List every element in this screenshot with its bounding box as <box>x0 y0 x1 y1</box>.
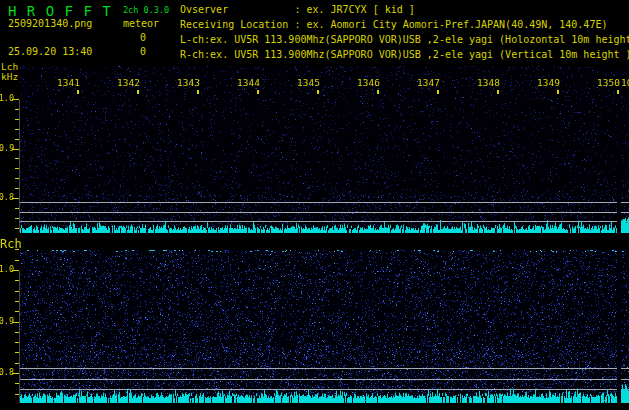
minute-tick <box>437 90 439 94</box>
time-label: 1349 <box>520 78 560 88</box>
frequency-tick <box>12 373 19 374</box>
minute-tick <box>317 90 319 94</box>
minute-tick <box>617 90 619 94</box>
time-label: 1350 <box>580 78 620 88</box>
frequency-tick <box>12 99 19 100</box>
time-axis-edge-label: 10 <box>621 78 629 89</box>
time-label: 1347 <box>400 78 440 88</box>
time-label: 1343 <box>160 78 200 88</box>
lch-axis-border <box>19 100 20 232</box>
frequency-tick <box>15 249 19 250</box>
lch-spectrogram <box>20 66 629 233</box>
meteor-count-label: meteor <box>123 18 159 30</box>
time-label: 1344 <box>220 78 260 88</box>
rch-spectrogram-canvas <box>20 250 629 403</box>
observer-info: Ovserver : ex. JR7CYX [ kid ] <box>180 4 415 16</box>
minute-tick <box>197 90 199 94</box>
frequency-tick <box>12 198 19 199</box>
rch-receiver-info: R-ch:ex. UV5R 113.900Mhz(SAPPORO VOR)USB… <box>180 49 629 61</box>
time-label: 1342 <box>100 78 140 88</box>
app-title: H R O F F T <box>8 3 112 19</box>
minute-tick <box>377 90 379 94</box>
minute-tick <box>77 90 79 94</box>
observation-datetime: 25.09.20 13:40 <box>8 46 92 58</box>
minute-tick <box>497 90 499 94</box>
lch-receiver-info: L-ch:ex. UV5R 113.900Mhz(SAPPORO VOR)USB… <box>180 34 629 46</box>
lch-axis-unit: kHz <box>1 72 18 83</box>
minute-tick <box>557 90 559 94</box>
meteor-count-lch: 0 <box>140 32 146 44</box>
time-label: 1346 <box>340 78 380 88</box>
receiving-location-info: Receiving Location : ex. Aomori City Aom… <box>180 19 607 31</box>
frequency-tick <box>12 149 19 150</box>
app-version: 2ch 0.3.0 <box>123 6 169 16</box>
lch-spectrogram-canvas <box>20 66 629 233</box>
time-label: 1348 <box>460 78 500 88</box>
frequency-tick <box>12 270 19 271</box>
time-label: 1345 <box>280 78 320 88</box>
output-filename: 2509201340.png <box>8 18 92 30</box>
hrofft-screen: H R O F F T 2ch 0.3.0 2509201340.png met… <box>0 0 629 410</box>
rch-axis-border <box>19 271 20 402</box>
minute-tick <box>257 90 259 94</box>
frequency-tick <box>15 260 19 261</box>
frequency-tick <box>12 322 19 323</box>
minute-tick <box>137 90 139 94</box>
meteor-count-rch: 0 <box>140 46 146 58</box>
time-label: 1341 <box>40 78 80 88</box>
rch-spectrogram <box>20 250 629 403</box>
